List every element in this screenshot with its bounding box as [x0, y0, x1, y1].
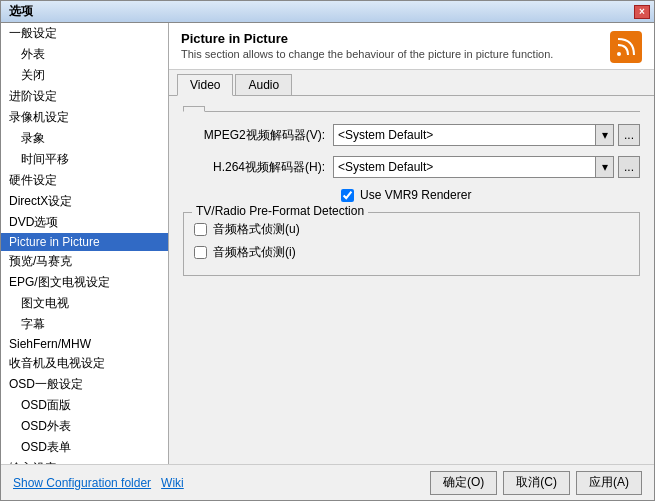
mpeg2-dropdown[interactable]: <System Default> [333, 124, 596, 146]
sidebar-item-epg[interactable]: EPG/图文电视设定 [1, 272, 168, 293]
sidebar-item-shijianpinyi[interactable]: 时间平移 [1, 149, 168, 170]
sidebar-wrapper: 一般设定外表关闭进阶设定录像机设定录象时间平移硬件设定DirectX设定DVD选… [1, 23, 169, 464]
vmr9-checkbox[interactable] [341, 189, 354, 202]
ok-button[interactable]: 确定(O) [430, 471, 497, 495]
mpeg2-value: <System Default> [338, 128, 433, 142]
close-button[interactable]: × [634, 5, 650, 19]
audio-detect-label-2: 音频格式侦测(i) [213, 244, 296, 261]
sidebar-item-directx[interactable]: DirectX设定 [1, 191, 168, 212]
header-area: Picture in Picture This section allows t… [169, 23, 654, 70]
sidebar-item-shoyinji[interactable]: 收音机及电视设定 [1, 353, 168, 374]
mpeg2-dropdown-arrow[interactable]: ▾ [596, 124, 614, 146]
tv-radio-group: TV/Radio Pre-Format Detection 音频格式侦测(u) … [183, 212, 640, 276]
h264-dropdown[interactable]: <System Default> [333, 156, 596, 178]
rss-icon [614, 35, 638, 59]
sidebar-item-yilan[interactable]: 预览/马赛克 [1, 251, 168, 272]
header-text: Picture in Picture This section allows t… [181, 31, 553, 60]
cancel-button[interactable]: 取消(C) [503, 471, 570, 495]
vmr9-label: Use VMR9 Renderer [360, 188, 471, 202]
h264-select-wrapper: <System Default> ▾ ... [333, 156, 640, 178]
wiki-link[interactable]: Wiki [161, 476, 184, 490]
svg-point-0 [617, 52, 621, 56]
h264-row: H.264视频解码器(H): <System Default> ▾ ... [183, 156, 640, 178]
audio-detect-checkbox-2[interactable] [194, 246, 207, 259]
header-subtitle: This section allows to change the behavi… [181, 48, 553, 60]
h264-label: H.264视频解码器(H): [183, 159, 333, 176]
vmr9-row: Use VMR9 Renderer [341, 188, 640, 202]
sidebar-item-dvd[interactable]: DVD选项 [1, 212, 168, 233]
mpeg2-select-wrapper: <System Default> ▾ ... [333, 124, 640, 146]
h264-ellipsis-button[interactable]: ... [618, 156, 640, 178]
sidebar-item-osdwaibiao[interactable]: OSD外表 [1, 416, 168, 437]
sidebar-item-waibiao[interactable]: 外表 [1, 44, 168, 65]
show-config-link[interactable]: Show Configuration folder [13, 476, 151, 490]
tabs-bar: VideoAudio [169, 74, 654, 96]
sidebar-item-luziang[interactable]: 录象 [1, 128, 168, 149]
sub-tab-1[interactable] [183, 106, 205, 112]
h264-value: <System Default> [338, 160, 433, 174]
sidebar-item-luxiangjisheding[interactable]: 录像机设定 [1, 107, 168, 128]
sidebar-item-pip[interactable]: Picture in Picture [1, 233, 168, 251]
sidebar: 一般设定外表关闭进阶设定录像机设定录象时间平移硬件设定DirectX设定DVD选… [1, 23, 168, 464]
mpeg2-ellipsis-button[interactable]: ... [618, 124, 640, 146]
apply-button[interactable]: 应用(A) [576, 471, 642, 495]
sidebar-item-guanbi[interactable]: 关闭 [1, 65, 168, 86]
mpeg2-row: MPEG2视频解码器(V): <System Default> ▾ ... [183, 124, 640, 146]
header-title: Picture in Picture [181, 31, 553, 46]
sidebar-item-siehfern[interactable]: SiehFern/MHW [1, 335, 168, 353]
audio-detect-row-2: 音频格式侦测(i) [194, 244, 629, 261]
audio-detect-checkbox-1[interactable] [194, 223, 207, 236]
h264-dropdown-arrow[interactable]: ▾ [596, 156, 614, 178]
group-box-title: TV/Radio Pre-Format Detection [192, 204, 368, 218]
tab-audio[interactable]: Audio [235, 74, 292, 95]
mpeg2-label: MPEG2视频解码器(V): [183, 127, 333, 144]
sidebar-item-jinjin[interactable]: 进阶设定 [1, 86, 168, 107]
sidebar-item-osdmianban[interactable]: OSD面版 [1, 395, 168, 416]
footer: Show Configuration folder Wiki 确定(O) 取消(… [1, 464, 654, 500]
window-title: 选项 [9, 3, 33, 20]
footer-left: Show Configuration folder Wiki [13, 476, 430, 490]
tab-content-wrapper: VideoAudio MPEG2视频解码器(V): <System Defaul… [169, 70, 654, 464]
audio-detect-label-1: 音频格式侦测(u) [213, 221, 300, 238]
title-bar: 选项 × [1, 1, 654, 23]
sidebar-item-osdcaidan[interactable]: OSD表单 [1, 437, 168, 458]
sub-tab-bar [183, 106, 640, 112]
right-panel: Picture in Picture This section allows t… [169, 23, 654, 464]
main-content: 一般设定外表关闭进阶设定录像机设定录象时间平移硬件设定DirectX设定DVD选… [1, 23, 654, 464]
sidebar-item-zimu[interactable]: 字幕 [1, 314, 168, 335]
tab-body: MPEG2视频解码器(V): <System Default> ▾ ... H.… [169, 96, 654, 464]
main-window: 选项 × 一般设定外表关闭进阶设定录像机设定录象时间平移硬件设定DirectX设… [0, 0, 655, 501]
footer-buttons: 确定(O) 取消(C) 应用(A) [430, 471, 642, 495]
sidebar-item-osd[interactable]: OSD一般设定 [1, 374, 168, 395]
header-icon [610, 31, 642, 63]
sidebar-item-yiban[interactable]: 一般设定 [1, 23, 168, 44]
sidebar-item-tuwudianshi[interactable]: 图文电视 [1, 293, 168, 314]
tab-video[interactable]: Video [177, 74, 233, 96]
audio-detect-row-1: 音频格式侦测(u) [194, 221, 629, 238]
sidebar-item-yingjiansheding[interactable]: 硬件设定 [1, 170, 168, 191]
